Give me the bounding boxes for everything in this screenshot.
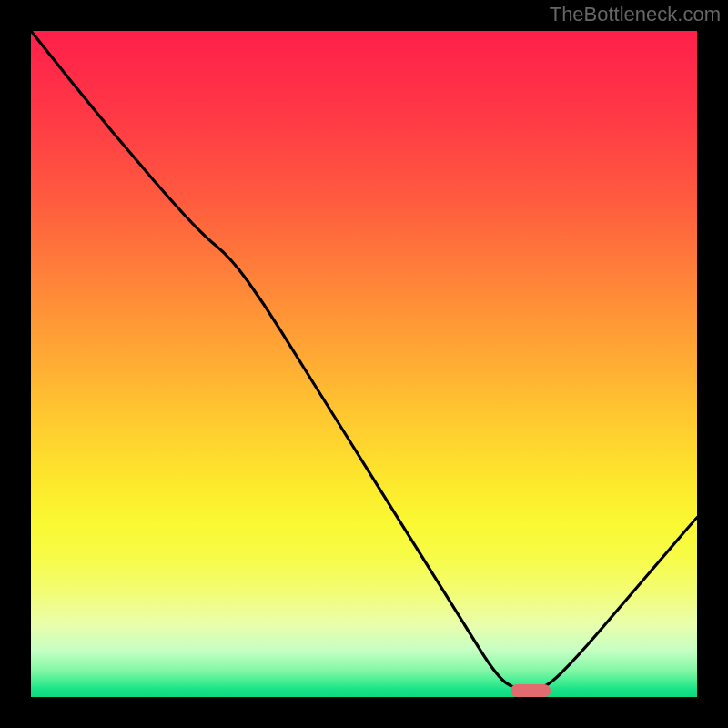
chart-curve-svg	[31, 31, 697, 697]
chart-plot-area	[31, 31, 697, 697]
bottleneck-curve-line	[31, 31, 697, 691]
optimal-point-marker	[511, 684, 551, 697]
watermark-text: TheBottleneck.com	[550, 3, 721, 26]
chart-stage: TheBottleneck.com	[0, 0, 728, 728]
